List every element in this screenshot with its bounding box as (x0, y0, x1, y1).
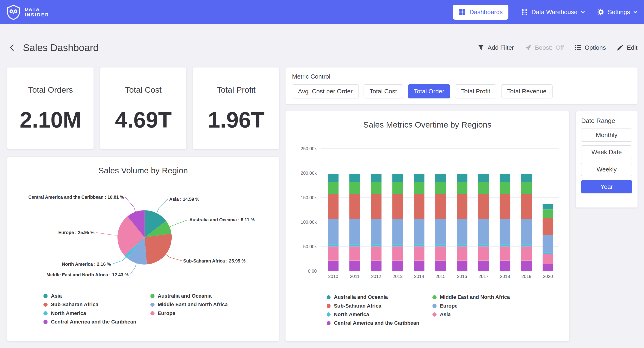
bar-segment-2019-asia[interactable] (521, 247, 532, 261)
bar-segment-2019-north-america[interactable] (521, 244, 532, 247)
bar-segment-2017-sub-saharan-africa[interactable] (478, 194, 489, 219)
bar-segment-2014-asia[interactable] (414, 247, 424, 261)
legend-item-sub-saharan-africa[interactable]: Sub-Saharan Africa (326, 301, 433, 310)
bar-segment-2012-australia-and-oceania[interactable] (371, 174, 381, 182)
legend-item-australia-and-oceania[interactable]: Australia and Oceania (150, 292, 257, 300)
bar-segment-2017-central-america-and-the-caribbean[interactable] (478, 261, 489, 271)
bar-segment-2012-central-america-and-the-caribbean[interactable] (371, 261, 381, 271)
bar-segment-2019-middle-east-and-north-africa[interactable] (521, 182, 532, 194)
metric-option-total-order[interactable]: Total Order (408, 84, 450, 98)
bar-segment-2015-asia[interactable] (435, 247, 446, 261)
bar-segment-2018-middle-east-and-north-africa[interactable] (500, 182, 510, 194)
bar-segment-2015-europe[interactable] (435, 219, 446, 244)
bar-segment-2011-asia[interactable] (349, 247, 360, 261)
bar-segment-2016-australia-and-oceania[interactable] (457, 174, 467, 182)
bar-segment-2014-europe[interactable] (414, 219, 424, 244)
bar-segment-2012-middle-east-and-north-africa[interactable] (371, 182, 381, 194)
legend-item-asia[interactable]: Asia (44, 292, 150, 300)
bar-segment-2013-europe[interactable] (392, 219, 403, 244)
date-option-year[interactable]: Year (581, 180, 632, 194)
bar-segment-2015-australia-and-oceania[interactable] (435, 174, 446, 182)
bar-segment-2013-asia[interactable] (392, 247, 403, 261)
bar-segment-2018-australia-and-oceania[interactable] (500, 174, 510, 182)
bar-segment-2010-sub-saharan-africa[interactable] (328, 194, 338, 219)
bar-segment-2011-sub-saharan-africa[interactable] (349, 194, 360, 219)
legend-item-central-america-and-the-caribbean[interactable]: Central America and the Caribbean (326, 319, 433, 327)
bar-segment-2020-europe[interactable] (542, 235, 553, 253)
nav-settings[interactable]: Settings (597, 8, 638, 16)
bar-segment-2018-central-america-and-the-caribbean[interactable] (500, 261, 510, 271)
bar-segment-2014-central-america-and-the-caribbean[interactable] (414, 261, 424, 271)
bar-segment-2016-central-america-and-the-caribbean[interactable] (457, 261, 467, 271)
brand-logo[interactable]: DATA INSIDER (6, 5, 49, 20)
bar-segment-2016-north-america[interactable] (457, 244, 467, 247)
legend-item-middle-east-and-north-africa[interactable]: Middle East and North Africa (432, 293, 538, 301)
bar-segment-2011-australia-and-oceania[interactable] (349, 174, 360, 182)
date-option-monthly[interactable]: Monthly (581, 128, 632, 142)
legend-item-asia[interactable]: Asia (432, 310, 538, 319)
bar-segment-2013-middle-east-and-north-africa[interactable] (392, 182, 403, 194)
bar-segment-2016-middle-east-and-north-africa[interactable] (457, 182, 467, 194)
metric-option-total-cost[interactable]: Total Cost (364, 84, 403, 98)
bar-segment-2013-central-america-and-the-caribbean[interactable] (392, 261, 403, 271)
bar-segment-2017-asia[interactable] (478, 247, 489, 261)
date-option-weekly[interactable]: Weekly (581, 163, 632, 176)
bar-segment-2010-australia-and-oceania[interactable] (328, 174, 338, 182)
bar-segment-2011-central-america-and-the-caribbean[interactable] (349, 261, 360, 271)
bar-segment-2020-australia-and-oceania[interactable] (542, 204, 553, 210)
bar-segment-2020-sub-saharan-africa[interactable] (542, 218, 553, 235)
bar-segment-2017-north-america[interactable] (478, 244, 489, 247)
edit-button[interactable]: Edit (616, 44, 637, 51)
legend-item-central-america-and-the-caribbean[interactable]: Central America and the Caribbean (44, 317, 150, 326)
bar-segment-2012-asia[interactable] (371, 247, 381, 261)
bar-segment-2018-asia[interactable] (500, 247, 510, 261)
boost-toggle[interactable]: Boost: Off (524, 44, 564, 51)
bar-segment-2014-australia-and-oceania[interactable] (414, 174, 424, 182)
bar-segment-2012-north-america[interactable] (371, 244, 381, 247)
bar-segment-2013-australia-and-oceania[interactable] (392, 174, 403, 182)
bar-segment-2017-australia-and-oceania[interactable] (478, 174, 489, 182)
bar-segment-2014-north-america[interactable] (414, 244, 424, 247)
legend-item-north-america[interactable]: North America (44, 309, 150, 317)
bar-segment-2016-asia[interactable] (457, 247, 467, 261)
bar-segment-2017-europe[interactable] (478, 219, 489, 244)
bar-segment-2010-asia[interactable] (328, 247, 338, 261)
metric-option-total-revenue[interactable]: Total Revenue (501, 84, 552, 98)
bar-segment-2015-central-america-and-the-caribbean[interactable] (435, 261, 446, 271)
bar-segment-2019-australia-and-oceania[interactable] (521, 174, 532, 182)
legend-item-europe[interactable]: Europe (432, 301, 538, 310)
bar-segment-2013-north-america[interactable] (392, 244, 403, 247)
legend-item-middle-east-and-north-africa[interactable]: Middle East and North Africa (150, 300, 257, 309)
bar-segment-2018-north-america[interactable] (500, 244, 510, 247)
bar-segment-2010-europe[interactable] (328, 219, 338, 244)
bar-segment-2011-north-america[interactable] (349, 244, 360, 247)
bar-segment-2019-sub-saharan-africa[interactable] (521, 194, 532, 219)
bar-segment-2010-middle-east-and-north-africa[interactable] (328, 182, 338, 194)
bar-segment-2010-central-america-and-the-caribbean[interactable] (328, 261, 338, 271)
bar-segment-2012-europe[interactable] (371, 219, 381, 244)
bar-segment-2018-europe[interactable] (500, 219, 510, 244)
legend-item-australia-and-oceania[interactable]: Australia and Oceania (326, 293, 433, 301)
nav-dashboards[interactable]: Dashboards (453, 5, 509, 20)
bar-segment-2011-middle-east-and-north-africa[interactable] (349, 182, 360, 194)
metric-option-avg-cost-per-order[interactable]: Avg. Cost per Order (292, 84, 358, 98)
back-button[interactable] (6, 42, 17, 53)
bar-segment-2020-asia[interactable] (542, 254, 553, 264)
bar-segment-2020-north-america[interactable] (542, 253, 553, 254)
bar-segment-2018-sub-saharan-africa[interactable] (500, 194, 510, 219)
bar-segment-2014-sub-saharan-africa[interactable] (414, 194, 424, 219)
bar-segment-2015-middle-east-and-north-africa[interactable] (435, 182, 446, 194)
bar-segment-2017-middle-east-and-north-africa[interactable] (478, 182, 489, 194)
bar-segment-2015-north-america[interactable] (435, 244, 446, 247)
bar-segment-2020-middle-east-and-north-africa[interactable] (542, 210, 553, 218)
bar-segment-2010-north-america[interactable] (328, 244, 338, 247)
options-button[interactable]: Options (574, 44, 606, 51)
date-option-week-date[interactable]: Week Date (581, 145, 632, 159)
bar-segment-2020-central-america-and-the-caribbean[interactable] (542, 264, 553, 271)
add-filter-button[interactable]: Add Filter (477, 44, 514, 51)
bar-segment-2014-middle-east-and-north-africa[interactable] (414, 182, 424, 194)
metric-option-total-profit[interactable]: Total Profit (455, 84, 496, 98)
legend-item-europe[interactable]: Europe (150, 309, 257, 317)
legend-item-sub-saharan-africa[interactable]: Sub-Saharan Africa (44, 300, 150, 309)
bar-segment-2011-europe[interactable] (349, 219, 360, 244)
